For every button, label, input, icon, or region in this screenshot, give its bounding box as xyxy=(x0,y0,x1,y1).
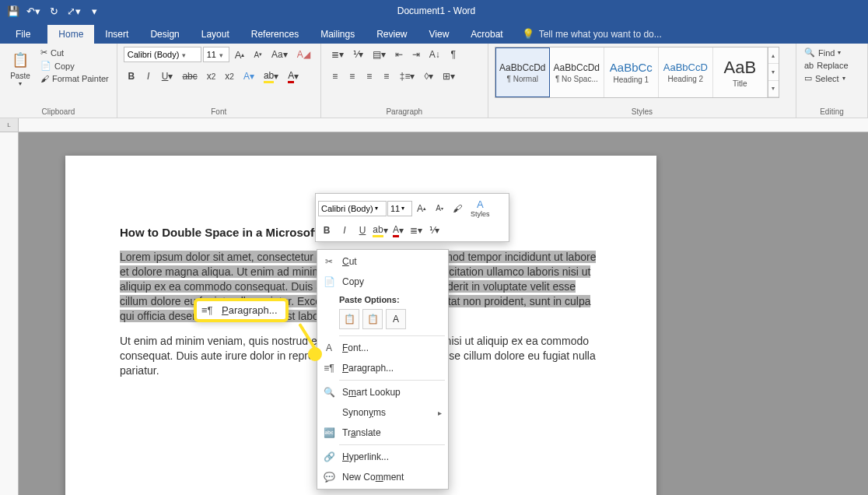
tab-design[interactable]: Design xyxy=(139,25,190,44)
copy-icon: 📄 xyxy=(40,61,51,71)
paste-text-only[interactable]: A xyxy=(386,309,406,329)
ctx-new-comment[interactable]: 💬 New Comment xyxy=(317,467,448,487)
mini-format-painter[interactable]: 🖌 xyxy=(449,200,466,217)
style-heading-1[interactable]: AaBbCc Heading 1 xyxy=(604,47,659,97)
replace-button[interactable]: ab Replace xyxy=(803,60,850,71)
mini-styles-button[interactable]: A Styles xyxy=(467,196,494,220)
mini-size-select[interactable]: 11▾ xyxy=(387,201,412,216)
text-effects-button[interactable]: A▾ xyxy=(240,68,258,84)
subscript-button[interactable]: x2 xyxy=(203,68,220,84)
style-no-spacing[interactable]: AaBbCcDd ¶ No Spac... xyxy=(550,47,604,97)
ctx-copy[interactable]: 📄 Copy xyxy=(317,272,448,292)
copy-button[interactable]: 📄 Copy xyxy=(39,60,110,72)
paste-keep-source[interactable]: 📋 xyxy=(339,309,359,329)
touch-mode-button[interactable]: ⤢▾ xyxy=(65,2,82,19)
undo-button[interactable]: ↶▾ xyxy=(25,2,42,19)
shrink-font-button[interactable]: A▾ xyxy=(250,47,266,62)
horizontal-ruler[interactable] xyxy=(19,118,868,132)
context-menu: ✂ Cut 📄 Copy Paste Options: 📋 📋 A A Font… xyxy=(317,249,449,490)
copy-icon: 📄 xyxy=(322,276,336,288)
mini-bullets[interactable]: ≣▾ xyxy=(408,222,425,239)
save-button[interactable]: 💾 xyxy=(5,2,22,19)
font-name-select[interactable]: Calibri (Body) xyxy=(124,47,201,62)
underline-button[interactable]: U▾ xyxy=(158,68,177,84)
strikethrough-button[interactable]: abc xyxy=(178,68,201,84)
ctx-smart-lookup[interactable]: 🔍 Smart Lookup xyxy=(317,382,448,402)
increase-indent-button[interactable]: ⇥ xyxy=(408,47,424,62)
cut-button[interactable]: ✂ Cut xyxy=(39,47,110,58)
style-name: Title xyxy=(733,79,747,88)
change-case-button[interactable]: Aa▾ xyxy=(268,47,292,62)
ctx-synonyms[interactable]: Synonyms ▸ xyxy=(317,402,448,423)
ctx-paragraph[interactable]: ≡¶ Paragraph... xyxy=(317,358,448,378)
font-size-select[interactable]: 11 xyxy=(203,47,229,62)
ctx-font[interactable]: A Font... xyxy=(317,338,448,358)
mini-numbering[interactable]: ⅟▾ xyxy=(425,222,443,239)
tab-file[interactable]: File xyxy=(5,25,47,44)
ctx-hyperlink[interactable]: 🔗 Hyperlink... xyxy=(317,447,448,467)
superscript-button[interactable]: x2 xyxy=(221,68,238,84)
bullets-button[interactable]: ≣▾ xyxy=(327,47,348,62)
ribbon: 📋 Paste ▾ ✂ Cut 📄 Copy 🖌 Format Painter xyxy=(0,44,868,118)
select-button[interactable]: ▭ Select▾ xyxy=(803,72,850,84)
tab-mailings[interactable]: Mailings xyxy=(310,25,366,44)
vertical-ruler[interactable] xyxy=(0,132,19,495)
italic-button[interactable]: I xyxy=(141,68,156,84)
font-color-button[interactable]: A▾ xyxy=(284,68,303,84)
mini-underline[interactable]: U xyxy=(354,222,371,239)
ctx-cut[interactable]: ✂ Cut xyxy=(317,251,448,272)
style-heading-2[interactable]: AaBbCcD Heading 2 xyxy=(659,47,713,97)
tab-review[interactable]: Review xyxy=(366,25,418,44)
clear-formatting-button[interactable]: A◢ xyxy=(293,47,314,62)
line-spacing-button[interactable]: ‡≡▾ xyxy=(396,68,419,84)
find-button[interactable]: 🔍 Find▾ xyxy=(803,47,850,58)
mini-size-value: 11 xyxy=(390,204,400,213)
ctx-translate[interactable]: 🔤 Translate xyxy=(317,423,448,443)
decrease-indent-button[interactable]: ⇤ xyxy=(391,47,407,62)
paste-button[interactable]: 📋 Paste ▾ xyxy=(6,47,34,89)
paste-icon: 📋 xyxy=(9,48,32,72)
styles-scroller: ▴ ▾ ▾ xyxy=(768,47,779,97)
styles-down-button[interactable]: ▾ xyxy=(768,64,779,80)
borders-button[interactable]: ⊞▾ xyxy=(439,68,459,84)
tab-insert[interactable]: Insert xyxy=(94,25,139,44)
numbering-button[interactable]: ⅟▾ xyxy=(349,47,367,62)
align-center-button[interactable]: ≡ xyxy=(345,68,360,84)
style-preview: AaBbCcDd xyxy=(554,62,600,73)
justify-button[interactable]: ≡ xyxy=(379,68,394,84)
mini-grow-font[interactable]: A▴ xyxy=(413,200,430,217)
align-right-button[interactable]: ≡ xyxy=(362,68,377,84)
highlight-button[interactable]: ab▾ xyxy=(260,68,282,84)
mini-bold[interactable]: B xyxy=(318,222,335,239)
tab-layout[interactable]: Layout xyxy=(191,25,240,44)
style-normal[interactable]: AaBbCcDd ¶ Normal xyxy=(495,47,550,97)
mini-font-select[interactable]: Calibri (Body)▾ xyxy=(318,201,387,216)
shading-button[interactable]: ◊▾ xyxy=(420,68,437,84)
mini-italic[interactable]: I xyxy=(336,222,353,239)
mini-highlight[interactable]: ab▾ xyxy=(372,222,389,239)
mini-shrink-font[interactable]: A▾ xyxy=(431,200,448,217)
tab-view[interactable]: View xyxy=(418,25,460,44)
align-left-button[interactable]: ≡ xyxy=(327,68,343,84)
styles-more-button[interactable]: ▾ xyxy=(768,81,779,97)
format-painter-button[interactable]: 🖌 Format Painter xyxy=(39,73,110,84)
tab-acrobat[interactable]: Acrobat xyxy=(460,25,513,44)
style-preview: AaBbCcD xyxy=(663,61,708,73)
paste-merge[interactable]: 📋 xyxy=(362,309,383,329)
show-marks-button[interactable]: ¶ xyxy=(446,47,461,62)
tab-home[interactable]: Home xyxy=(47,25,94,44)
styles-up-button[interactable]: ▴ xyxy=(768,47,779,64)
sort-button[interactable]: A↓ xyxy=(425,47,444,62)
style-title[interactable]: AaB Title xyxy=(713,47,768,97)
tab-references[interactable]: References xyxy=(240,25,310,44)
multilevel-list-button[interactable]: ▤▾ xyxy=(369,47,390,62)
group-editing: 🔍 Find▾ ab Replace ▭ Select▾ Editing xyxy=(796,44,868,118)
highlight-label: Paragraph... xyxy=(222,304,278,316)
tell-me-search[interactable]: 💡 Tell me what you want to do... xyxy=(514,24,670,44)
customize-qat-button[interactable]: ▾ xyxy=(86,2,103,19)
mini-font-color[interactable]: A▾ xyxy=(390,222,407,239)
bold-button[interactable]: B xyxy=(124,68,139,84)
grow-font-button[interactable]: A▴ xyxy=(231,47,249,62)
redo-button[interactable]: ↻ xyxy=(45,2,62,19)
document-area[interactable]: How to Double Space in a Microsoft Word … xyxy=(19,132,868,495)
